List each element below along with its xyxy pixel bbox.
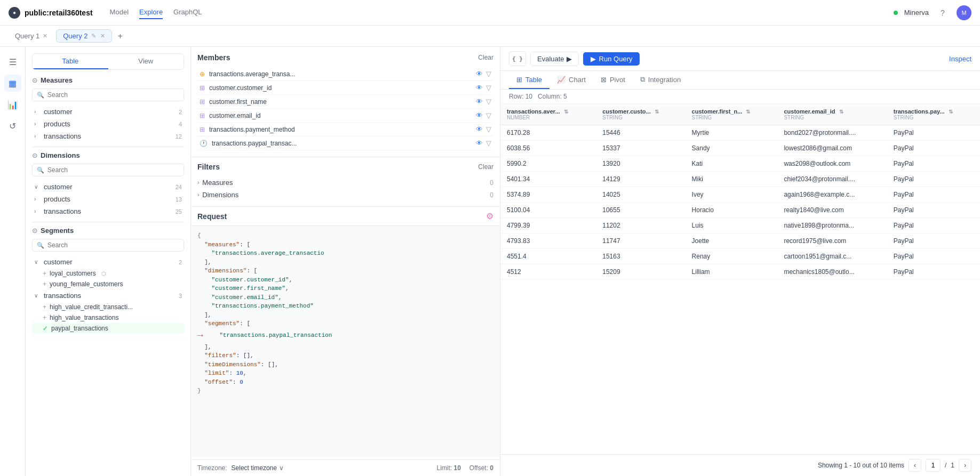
measures-section-header: ⊙ Measures (32, 76, 184, 84)
menu-icon[interactable]: ☰ (4, 53, 21, 70)
add-tab-button[interactable]: + (114, 30, 127, 43)
table-cell-0-4: PayPal (887, 125, 980, 141)
member-eye-1[interactable]: 👁 (476, 84, 483, 92)
integration-tab-icon: ⧉ (640, 75, 645, 84)
add-hv-credit-icon: + (43, 303, 46, 311)
json-view-btn[interactable]: { } (509, 51, 526, 66)
customer-dimensions-label: customer (44, 183, 168, 191)
result-tab-pivot[interactable]: ⊠ Pivot (593, 71, 633, 89)
member-filter-1[interactable]: ▽ (486, 84, 491, 92)
filters-dimensions[interactable]: › Dimensions 0 (197, 189, 493, 201)
table-cell-3-2: Miki (686, 172, 778, 187)
member-filter-0[interactable]: ▽ (486, 70, 491, 78)
member-eye-0[interactable]: 👁 (476, 70, 483, 78)
col-header-0[interactable]: transactions.aver... ⇅ NUMBER (500, 104, 596, 125)
paypal-transactions-segment[interactable]: ✓ paypal_transactions (32, 323, 184, 334)
query-tab-2-close[interactable]: ✕ (100, 33, 105, 39)
products-dimensions-count: 13 (171, 196, 182, 203)
next-page-btn[interactable]: › (959, 459, 971, 472)
help-icon[interactable]: ? (935, 5, 950, 20)
run-query-button[interactable]: ▶ Run Query (583, 52, 640, 66)
sort-icon-2[interactable]: ⇅ (746, 109, 750, 115)
query-tab-2[interactable]: Query 2 ✎ ✕ (56, 29, 111, 43)
measures-customer[interactable]: › customer 2 (32, 106, 184, 118)
logo-icon: ● (9, 7, 20, 19)
right-panel: { } Evaluate ▶ ▶ Run Query Inspect ⊞ Tab… (500, 47, 980, 476)
segments-search-box[interactable]: 🔍 (32, 239, 184, 252)
dimensions-label: Dimensions (41, 151, 80, 159)
schema-icon[interactable]: ▦ (4, 75, 21, 92)
table-cell-6-4: PayPal (887, 218, 980, 233)
member-filter-4[interactable]: ▽ (486, 125, 491, 133)
sort-icon-1[interactable]: ⇅ (655, 109, 659, 115)
col-header-4[interactable]: transactions.pay... ⇅ STRING (887, 104, 980, 125)
timezone-label: Timezone: (197, 464, 227, 472)
col-header-2[interactable]: customer.first_n... ⇅ STRING (686, 104, 778, 125)
query-tab-2-edit[interactable]: ✎ (91, 33, 96, 39)
history-icon[interactable]: ↺ (4, 117, 21, 134)
measures-search-box[interactable]: 🔍 (32, 88, 184, 101)
measures-products[interactable]: › products 4 (32, 118, 184, 130)
nav-explore[interactable]: Explore (139, 6, 163, 19)
member-actions-0: 👁 ▽ (476, 70, 491, 78)
sort-icon-0[interactable]: ⇅ (564, 109, 568, 115)
nav-graphql[interactable]: GraphQL (173, 6, 202, 19)
member-filter-2[interactable]: ▽ (486, 98, 491, 106)
chart-icon[interactable]: 📊 (4, 96, 21, 113)
members-clear-btn[interactable]: Clear (478, 54, 493, 61)
high-value-credit-segment[interactable]: + high_value_credit_transacti... (32, 302, 184, 312)
dimensions-search-input[interactable] (47, 166, 179, 174)
dimensions-search-box[interactable]: 🔍 (32, 164, 184, 176)
result-tab-chart[interactable]: 📈 Chart (549, 71, 593, 89)
nav-model[interactable]: Model (110, 6, 129, 19)
measures-transactions[interactable]: › transactions 12 (32, 130, 184, 142)
measures-search-input[interactable] (47, 91, 179, 99)
member-filter-5[interactable]: ▽ (486, 139, 491, 147)
request-gear-icon[interactable]: ⚙ (486, 211, 493, 221)
customer-segments-arrow: ∨ (34, 259, 41, 265)
member-label-0: transactions.average_transa... (209, 70, 472, 78)
filters-measures[interactable]: › Measures 0 (197, 176, 493, 189)
high-value-transactions-segment[interactable]: + high_value_transactions (32, 312, 184, 323)
dimensions-transactions[interactable]: › transactions 25 (32, 205, 184, 217)
view-view-btn[interactable]: View (108, 54, 184, 69)
member-filter-3[interactable]: ▽ (486, 111, 491, 119)
request-title: Request (197, 212, 227, 221)
col-header-3[interactable]: customer.email_id ⇅ STRING (777, 104, 887, 125)
inspect-link[interactable]: Inspect (949, 55, 971, 63)
sort-icon-3[interactable]: ⇅ (839, 109, 843, 115)
member-eye-3[interactable]: 👁 (476, 111, 483, 119)
loyal-customers-segment[interactable]: + loyal_customers ⬡ (32, 268, 184, 279)
result-tab-integration[interactable]: ⧉ Integration (633, 71, 688, 89)
dimensions-products[interactable]: › products 13 (32, 193, 184, 205)
table-cell-8-4: PayPal (887, 249, 980, 264)
transactions-dimensions-label: transactions (44, 207, 168, 215)
dimensions-customer[interactable]: ∨ customer 24 (32, 181, 184, 193)
segments-search-input[interactable] (47, 241, 179, 249)
result-tab-table[interactable]: ⊞ Table (509, 71, 549, 89)
table-tab-label: Table (525, 76, 542, 84)
page-input[interactable] (926, 459, 941, 472)
member-eye-4[interactable]: 👁 (476, 125, 483, 133)
table-cell-8-0: 4551.4 (500, 249, 596, 264)
avatar[interactable]: M (957, 5, 971, 20)
table-view-btn[interactable]: Table (33, 54, 108, 69)
prev-page-btn[interactable]: ‹ (909, 459, 921, 472)
query-tab-1[interactable]: Query 1 ✕ (9, 30, 54, 42)
timezone-chevron: ∨ (279, 464, 284, 472)
check-paypal-icon: ✓ (43, 325, 48, 332)
member-eye-5[interactable]: 👁 (476, 139, 483, 147)
evaluate-button[interactable]: Evaluate ▶ (530, 52, 579, 66)
member-label-5: transactions.paypal_transac... (212, 140, 472, 147)
filters-clear-btn[interactable]: Clear (478, 163, 493, 171)
segments-transactions-group[interactable]: ∨ transactions 3 (32, 289, 184, 302)
member-eye-2[interactable]: 👁 (476, 98, 483, 106)
query-tab-1-close[interactable]: ✕ (43, 33, 47, 39)
sort-icon-4[interactable]: ⇅ (949, 109, 953, 115)
table-cell-4-4: PayPal (887, 187, 980, 203)
col-header-1[interactable]: customer.custo... ⇅ STRING (596, 104, 685, 125)
result-tabs: ⊞ Table 📈 Chart ⊠ Pivot ⧉ Integration (500, 71, 980, 90)
timezone-selector[interactable]: Timezone: Select timezone ∨ (197, 464, 284, 472)
segments-customer-group[interactable]: ∨ customer 2 (32, 256, 184, 268)
young-female-segment[interactable]: + young_female_customers (32, 279, 184, 289)
